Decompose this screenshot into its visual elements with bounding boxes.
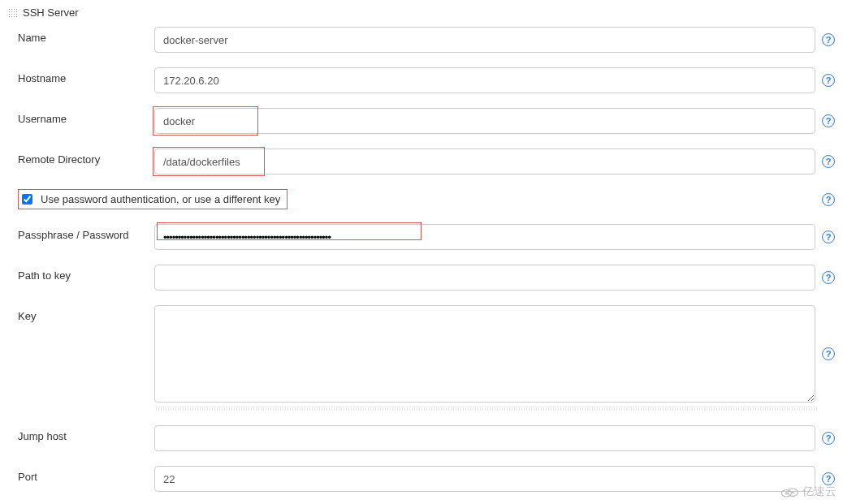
svg-point-2 <box>785 492 788 494</box>
watermark: 亿速云 <box>780 485 837 499</box>
help-icon[interactable]: ? <box>822 472 835 485</box>
label-use-password: Use password authentication, or use a di… <box>41 193 280 205</box>
label-port: Port <box>18 466 154 483</box>
help-icon[interactable]: ? <box>822 74 835 87</box>
row-username: Username ? <box>8 108 835 134</box>
svg-point-3 <box>792 491 794 493</box>
key-textarea[interactable] <box>154 305 815 403</box>
help-icon[interactable]: ? <box>822 33 835 46</box>
row-use-password: Use password authentication, or use a di… <box>8 189 835 209</box>
jump-host-input[interactable] <box>154 425 815 451</box>
row-path-to-key: Path to key ? <box>8 265 835 291</box>
path-to-key-input[interactable] <box>154 265 815 291</box>
row-passphrase: Passphrase / Password ? <box>8 224 835 250</box>
section-header: SSH Server <box>8 6 835 19</box>
row-hostname: Hostname ? <box>8 67 835 93</box>
label-jump-host: Jump host <box>18 425 154 442</box>
passphrase-input[interactable] <box>154 224 815 250</box>
port-input[interactable] <box>154 466 815 492</box>
drag-handle-icon[interactable] <box>8 8 18 18</box>
help-icon[interactable]: ? <box>822 155 835 168</box>
name-input[interactable] <box>154 27 815 53</box>
label-hostname: Hostname <box>18 67 154 84</box>
label-passphrase: Passphrase / Password <box>18 224 154 241</box>
help-icon[interactable]: ? <box>822 230 835 243</box>
cloud-icon <box>780 485 799 498</box>
row-port: Port ? <box>8 466 835 492</box>
label-username: Username <box>18 108 154 125</box>
row-jump-host: Jump host ? <box>8 425 835 451</box>
use-password-checkbox[interactable] <box>22 194 32 205</box>
help-icon[interactable]: ? <box>822 271 835 284</box>
watermark-text: 亿速云 <box>802 485 837 499</box>
row-name: Name ? <box>8 27 835 53</box>
section-title: SSH Server <box>23 6 79 19</box>
label-key: Key <box>18 305 154 322</box>
label-path-to-key: Path to key <box>18 265 154 282</box>
label-remote-directory: Remote Directory <box>18 149 154 166</box>
highlight-box: Use password authentication, or use a di… <box>18 189 287 209</box>
label-name: Name <box>18 27 154 44</box>
resize-grip-icon[interactable] <box>154 406 817 411</box>
username-input[interactable] <box>154 108 815 134</box>
help-icon[interactable]: ? <box>822 347 835 360</box>
help-icon[interactable]: ? <box>822 432 835 445</box>
hostname-input[interactable] <box>154 67 815 93</box>
row-key: Key ? <box>8 305 835 411</box>
help-icon[interactable]: ? <box>822 114 835 127</box>
help-icon[interactable]: ? <box>822 193 835 206</box>
row-remote-directory: Remote Directory ? <box>8 149 835 174</box>
remote-directory-input[interactable] <box>154 149 815 174</box>
